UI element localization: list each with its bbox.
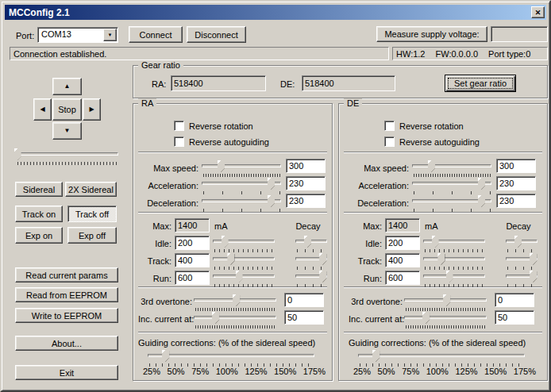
slew-right-button[interactable]: ▶ [83, 98, 101, 121]
slew-left-button[interactable]: ◀ [33, 98, 52, 121]
slider-ticks [414, 174, 491, 177]
ra-run-current-slider[interactable] [213, 271, 275, 283]
slider-thumb[interactable] [530, 253, 537, 265]
ra-track-decay-slider[interactable] [295, 253, 327, 266]
slider-thumb[interactable] [514, 236, 522, 248]
slider-thumb[interactable] [304, 236, 311, 248]
de-idle-decay-slider[interactable] [506, 236, 538, 248]
de-deceleration-field[interactable] [496, 194, 536, 208]
de-reverse-autoguiding-checkbox[interactable] [384, 136, 395, 147]
de-acceleration-field[interactable] [496, 176, 536, 190]
ra-guiding-slider[interactable] [148, 350, 314, 363]
read-params-button[interactable]: Read current params [15, 267, 118, 282]
ra-acceleration-slider[interactable] [202, 178, 281, 190]
connect-button[interactable]: Connect [129, 26, 183, 43]
set-gear-ratio-button[interactable]: Set gear ratio [445, 75, 516, 92]
slider-thumb[interactable] [227, 253, 234, 265]
de-run-current-field[interactable] [385, 271, 420, 285]
ra-track-current-field[interactable] [175, 253, 210, 267]
ra-run-current-field[interactable] [175, 271, 210, 285]
ra-deceleration-field[interactable] [286, 194, 326, 208]
slider-thumb[interactable] [443, 294, 450, 306]
slider-thumb[interactable] [233, 294, 240, 306]
exit-button[interactable]: Exit [15, 365, 118, 380]
stop-button[interactable]: Stop [52, 98, 82, 121]
port-dropdown-button[interactable]: ▼ [103, 29, 117, 41]
about-button[interactable]: About... [15, 336, 118, 351]
ra-reverse-rotation-checkbox[interactable] [174, 121, 184, 131]
slider-thumb[interactable] [372, 350, 380, 362]
ra-idle-current-slider[interactable] [213, 236, 275, 248]
slew-up-button[interactable]: ▲ [52, 78, 82, 95]
ra-gear-field[interactable] [171, 75, 266, 91]
ra-overtone-slider[interactable] [194, 294, 276, 307]
write-eeprom-button[interactable]: Write to EEPROM [15, 308, 118, 323]
de-track-current-slider[interactable] [423, 253, 485, 266]
de-track-decay-slider[interactable] [506, 253, 538, 266]
de-inc-current-field[interactable] [495, 310, 534, 325]
sidereal-button[interactable]: Sidereal [15, 182, 63, 197]
de-overtone-field[interactable] [495, 293, 534, 307]
de-run-current-slider[interactable] [423, 271, 485, 283]
slider-thumb[interactable] [432, 236, 439, 248]
slew-down-button[interactable]: ▼ [52, 122, 82, 140]
slider-thumb[interactable] [162, 350, 169, 362]
manual-speed-slider[interactable] [16, 148, 118, 161]
ra-idle-current-field[interactable] [175, 236, 210, 250]
ra-track-current-slider[interactable] [213, 253, 275, 266]
de-reverse-rotation-checkbox[interactable] [384, 121, 395, 131]
ra-inc-current-field[interactable] [284, 310, 324, 325]
track-off-button[interactable]: Track off [67, 206, 117, 222]
read-eeprom-button[interactable]: Read from EEPROM [15, 287, 118, 302]
ra-run-decay-slider[interactable] [295, 271, 327, 283]
measure-voltage-button[interactable]: Measure supply voltage: [376, 26, 487, 42]
slider-track [412, 164, 491, 167]
de-max-speed-field[interactable] [496, 159, 536, 173]
slider-thumb[interactable] [236, 271, 243, 282]
ra-max-speed-field[interactable] [286, 159, 326, 173]
slider-thumb[interactable] [478, 178, 485, 190]
ra-reverse-autoguiding-checkbox[interactable] [174, 136, 184, 147]
slider-thumb[interactable] [446, 271, 453, 282]
de-gear-field[interactable] [302, 75, 395, 91]
slider-thumb[interactable] [212, 312, 219, 324]
port-select[interactable]: COM13 ▼ [37, 27, 118, 43]
de-deceleration-slider[interactable] [412, 195, 491, 208]
de-idle-current-field[interactable] [385, 236, 420, 250]
close-button[interactable]: ✕ [531, 6, 545, 18]
ra-idle-decay-slider[interactable] [295, 236, 327, 248]
max-current-label: Max: [138, 221, 171, 232]
de-idle-current-slider[interactable] [423, 236, 485, 248]
slider-thumb[interactable] [478, 195, 485, 207]
exp-off-button[interactable]: Exp off [67, 227, 117, 244]
slider-thumb[interactable] [437, 253, 445, 265]
de-run-decay-slider[interactable] [506, 271, 538, 283]
de-acceleration-slider[interactable] [412, 178, 491, 190]
ra-acceleration-field[interactable] [286, 176, 326, 190]
slider-thumb[interactable] [268, 195, 275, 207]
ra-deceleration-slider[interactable] [202, 195, 281, 208]
de-max-speed-slider[interactable] [412, 160, 491, 173]
disconnect-button[interactable]: Disconnect [187, 26, 246, 43]
guiding-tick-labels: 25% 50% 75% 100% 125% 150% 175% [143, 367, 326, 376]
slider-thumb[interactable] [530, 271, 537, 282]
track-on-button[interactable]: Track on [15, 206, 63, 222]
slider-thumb[interactable] [218, 160, 225, 172]
slider-thumb[interactable] [319, 253, 326, 265]
de-track-current-field[interactable] [385, 253, 420, 267]
de-guiding-slider[interactable] [358, 350, 525, 363]
slider-ticks [214, 284, 275, 287]
de-overtone-slider[interactable] [404, 294, 487, 307]
ra-inc-current-slider[interactable] [194, 312, 276, 325]
de-inc-current-slider[interactable] [404, 312, 487, 325]
slider-thumb[interactable] [222, 236, 229, 248]
ra-max-speed-slider[interactable] [202, 160, 281, 173]
slider-thumb[interactable] [428, 160, 435, 172]
slider-thumb[interactable] [268, 178, 275, 190]
exp-on-button[interactable]: Exp on [15, 227, 63, 244]
sidereal-2x-button[interactable]: 2X Sidereal [65, 182, 117, 197]
slider-thumb[interactable] [14, 148, 21, 160]
slider-thumb[interactable] [422, 312, 430, 324]
ra-overtone-field[interactable] [284, 293, 324, 307]
slider-thumb[interactable] [319, 271, 326, 282]
